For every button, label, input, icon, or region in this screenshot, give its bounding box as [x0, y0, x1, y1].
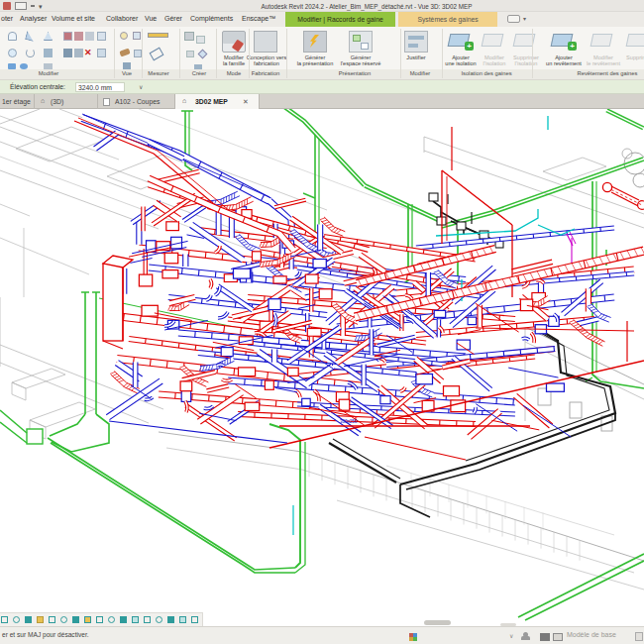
svg-text:300x250: 300x250 [340, 419, 358, 424]
